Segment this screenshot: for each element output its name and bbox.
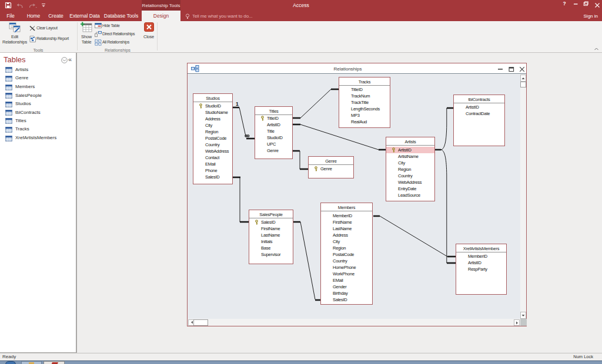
svg-text:1: 1 [236,101,239,107]
